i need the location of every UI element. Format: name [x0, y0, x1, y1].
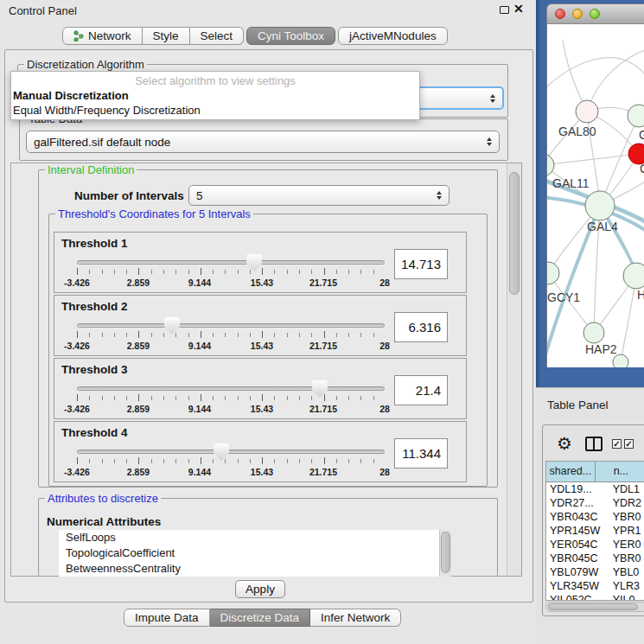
tick-label: 15.43 — [251, 341, 273, 351]
apply-button[interactable]: Apply — [235, 580, 285, 598]
minimize-traffic-icon[interactable] — [572, 9, 583, 19]
numerical-attributes-list[interactable]: SelfLoops TopologicalCoefficient Between… — [59, 530, 439, 577]
table-hscrollbar[interactable] — [545, 602, 644, 612]
threshold-3-slider-track[interactable] — [77, 386, 385, 391]
node-bottom[interactable] — [613, 354, 628, 367]
close-traffic-icon[interactable] — [555, 9, 565, 19]
tick-label: 2.859 — [127, 277, 150, 288]
threshold-4-slider-track[interactable] — [77, 450, 385, 454]
threshold-2-value-field[interactable]: 6.316 — [394, 312, 448, 342]
tab-infer-network[interactable]: Infer Network — [310, 609, 401, 627]
tab-discretize-data[interactable]: Discretize Data — [210, 609, 311, 627]
slider-major-ticks — [77, 394, 386, 401]
checkbox-icon[interactable]: ✓ — [624, 439, 634, 449]
node-gal80[interactable] — [576, 100, 598, 123]
tab-select[interactable]: Select — [190, 27, 245, 45]
threshold-1-label: Threshold 1 — [61, 237, 128, 250]
threshold-3-label: Threshold 3 — [61, 363, 128, 376]
zoom-traffic-icon[interactable] — [590, 9, 600, 19]
column-header-shared-name[interactable]: shared... — [546, 462, 596, 481]
threshold-4-label: Threshold 4 — [61, 426, 128, 439]
node-gcy1[interactable] — [547, 262, 559, 284]
list-item[interactable]: SelfLoops — [59, 530, 439, 545]
tab-style[interactable]: Style — [143, 27, 190, 45]
network-window-titlebar[interactable] — [547, 4, 644, 24]
tick-label: 21.715 — [309, 404, 337, 414]
tick-label: 2.859 — [127, 341, 150, 351]
table-row[interactable]: YLR345WYLR3 — [546, 579, 644, 593]
table-data-combobox[interactable]: galFiltered.sif default node — [26, 131, 500, 153]
list-scrollbar[interactable] — [439, 530, 451, 577]
combo-stepper-icon — [487, 137, 492, 146]
node-right-mid[interactable] — [623, 263, 644, 289]
threshold-1-slider-track[interactable] — [77, 260, 385, 265]
float-window-icon[interactable] — [500, 6, 509, 14]
tick-label: 9.144 — [188, 277, 211, 288]
number-of-intervals-combobox[interactable]: 5 — [188, 185, 450, 206]
threshold-1-value-field[interactable]: 14.713 — [394, 249, 448, 279]
algorithm-option-equal-width[interactable]: Equal Width/Frequency Discretization — [11, 103, 419, 118]
discretization-algorithm-label: Discretization Algorithm — [24, 59, 147, 70]
tab-cyni-toolbox[interactable]: Cyni Toolbox — [246, 27, 335, 45]
tick-label: 2.859 — [127, 467, 150, 477]
threshold-2-label: Threshold 2 — [61, 300, 128, 313]
tick-label: 15.43 — [251, 277, 273, 288]
table-row[interactable]: YDL19...YDL1 — [546, 482, 644, 496]
table-columns-icon[interactable] — [585, 437, 603, 451]
table-row[interactable]: YBR043CYBR0 — [546, 510, 644, 524]
node-gal4[interactable] — [585, 191, 615, 220]
threshold-3-panel: Threshold 3 -3.426 2.859 9.144 15.43 21.… — [54, 358, 467, 419]
threshold-3-value-field[interactable]: 21.4 — [394, 375, 448, 405]
tab-impute-data[interactable]: Impute Data — [124, 609, 210, 627]
node-hap2[interactable] — [583, 322, 604, 343]
panel-title: Control Panel — [9, 4, 77, 17]
tick-label: 9.144 — [188, 341, 211, 351]
table-panel-title: Table Panel — [547, 399, 609, 411]
algorithm-option-manual[interactable]: Manual Discretization — [11, 88, 419, 103]
panel-scrollbar[interactable] — [507, 163, 521, 576]
tick-label: -3.426 — [64, 404, 90, 414]
threshold-2-slider-track[interactable] — [77, 323, 385, 328]
table-row[interactable]: YER054CYER0 — [546, 538, 644, 552]
close-icon[interactable]: ✕ — [513, 2, 524, 16]
slider-major-ticks — [77, 331, 386, 338]
table-row[interactable]: YIL052CYIL0 — [546, 593, 644, 601]
column-header-name[interactable]: n... — [596, 462, 644, 481]
list-item[interactable]: BetweennessCentrality — [59, 561, 439, 577]
interval-definition-label: Interval Definition — [45, 164, 137, 175]
table-data-combobox-value: galFiltered.sif default node — [34, 136, 487, 149]
threshold-4-value-field[interactable]: 11.344 — [394, 438, 448, 469]
tick-label: 15.43 — [251, 467, 273, 477]
table-hscrollbar-thumb[interactable] — [548, 603, 638, 610]
tick-label: 9.144 — [188, 404, 211, 414]
slider-major-ticks — [77, 457, 386, 464]
algorithm-popup-hint: Select algorithm to view settings — [11, 72, 419, 88]
node-gal11[interactable] — [547, 154, 554, 176]
node-label-gcy1: GCY1 — [547, 290, 580, 304]
slider-major-ticks — [77, 268, 386, 275]
node-label-gal80: GAL80 — [558, 124, 596, 138]
list-item[interactable]: TopologicalCoefficient — [59, 545, 439, 561]
checkbox-icon[interactable]: ✓ — [612, 439, 622, 449]
tick-label: -3.426 — [64, 341, 90, 351]
tick-label: 21.715 — [309, 277, 337, 288]
attributes-group-label: Attributes to discretize — [45, 493, 161, 504]
number-of-intervals-label: Number of Intervals — [74, 189, 184, 202]
algorithm-dropdown-popup: Select algorithm to view settings Manual… — [10, 71, 420, 120]
tick-label: 21.715 — [309, 341, 337, 351]
table-row[interactable]: YPR145WYPR1 — [546, 524, 644, 538]
table-row[interactable]: YDR27...YDR2 — [546, 496, 644, 510]
table-row[interactable]: YBR045CYBR0 — [546, 552, 644, 565]
thresholds-group-label: Threshold's Coordinates for 5 Intervals — [55, 208, 253, 220]
tick-label: -3.426 — [64, 277, 90, 288]
panel-scrollbar-thumb[interactable] — [509, 172, 520, 295]
node-label-hap2: HAP2 — [585, 342, 617, 356]
network-canvas[interactable]: GAL80 G GAL11 C GAL4 GCY1 H HAP2 — [547, 24, 644, 367]
node-attribute-table: shared... n... YDL19...YDL1 YDR27...YDR2… — [545, 461, 644, 601]
node-right-top[interactable] — [628, 105, 644, 127]
gear-icon[interactable]: ⚙ — [557, 435, 572, 452]
network-icon — [73, 29, 84, 46]
tab-jactivemnodules[interactable]: jActiveMNodules — [338, 27, 448, 45]
table-row[interactable]: YBL079WYBL0 — [546, 565, 644, 579]
tab-network[interactable]: Network — [62, 27, 143, 45]
